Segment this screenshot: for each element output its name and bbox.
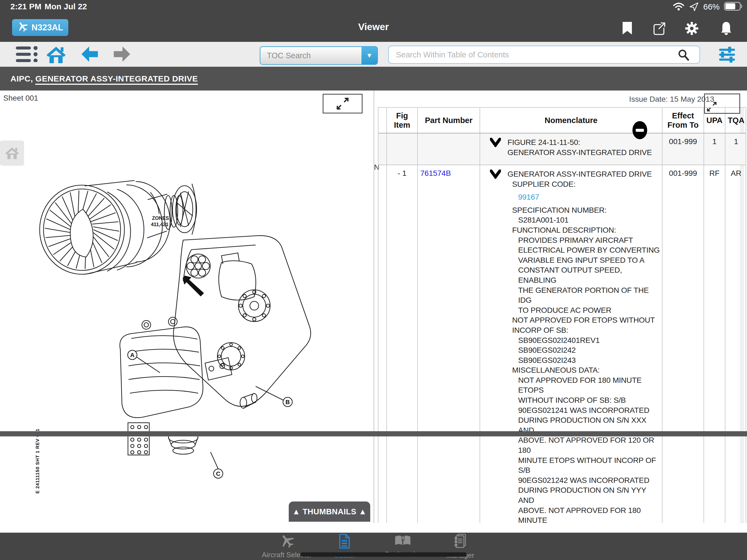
nomenclature-line: WITHOUT INCORP OF SB: S/B bbox=[518, 396, 662, 406]
battery-icon bbox=[724, 2, 743, 12]
nomenclature-line: TO PRODUCE AC POWER bbox=[518, 305, 662, 315]
collapse-row-icon[interactable] bbox=[490, 170, 501, 181]
share-icon[interactable] bbox=[652, 21, 666, 35]
home-indicator[interactable] bbox=[300, 552, 467, 557]
dropdown-selected-value: TOC Search bbox=[260, 51, 361, 60]
nomenclature-line: SPECIFICATION NUMBER: bbox=[512, 205, 662, 215]
cell-part-number: 761574B bbox=[418, 165, 480, 523]
svg-text:C: C bbox=[216, 470, 221, 477]
pane-divider bbox=[374, 91, 374, 523]
expand-graphic-button[interactable] bbox=[323, 94, 363, 113]
sliders-filter-icon[interactable] bbox=[719, 47, 737, 62]
nomenclature-line: MINUTE ETOPS WITHOUT INCORP OF S/B bbox=[518, 456, 662, 476]
collapse-row-icon[interactable] bbox=[490, 138, 501, 149]
issue-date: Issue Date: 15 May 2013 bbox=[629, 95, 714, 104]
status-bar: 2:21 PM Mon Jul 22 66% bbox=[0, 0, 747, 14]
nomenclature-line: FUNCTIONAL DESCRIPTION: bbox=[512, 225, 662, 235]
cell-fig-item: - 1 bbox=[387, 165, 418, 523]
location-icon bbox=[689, 1, 699, 12]
document-icon bbox=[338, 534, 351, 550]
nomenclature-line: S281A001-101 bbox=[518, 215, 662, 225]
table-header-row: Fig Item Part Number Nomenclature Effect… bbox=[379, 108, 746, 133]
gear-icon[interactable] bbox=[685, 21, 699, 35]
cell-upa: 1 bbox=[704, 133, 725, 165]
nomenclature-line: CONSTANT OUTPUT SPEED, ENABLING bbox=[518, 265, 662, 285]
nomenclature-line: PROVIDES PRIMARY AIRCRAFT bbox=[518, 235, 662, 246]
nomenclature-line: GENERATOR ASSY-INTEGRATED DRIVE bbox=[508, 148, 662, 158]
breadcrumb-prefix: AIPC, bbox=[10, 74, 35, 83]
status-date: Mon Jul 22 bbox=[45, 2, 87, 11]
part-number-link[interactable]: 761574B bbox=[420, 169, 451, 177]
book-icon bbox=[394, 534, 411, 549]
table-row[interactable]: - 1 761574B GENERATOR ASSY-INTEGRATED DR… bbox=[379, 165, 746, 523]
cell-effect: 001-999 bbox=[663, 165, 704, 523]
search-box bbox=[388, 46, 700, 64]
sheet-label: Sheet 001 bbox=[3, 94, 38, 103]
breadcrumb: AIPC, GENERATOR ASSY-INTEGRATED DRIVE bbox=[10, 74, 198, 83]
airplane-icon bbox=[279, 534, 295, 549]
nomenclature-line: SB90EGS02I242 bbox=[518, 345, 662, 355]
header-nomenclature: Nomenclature bbox=[480, 108, 663, 133]
nomenclature-line: THE GENERATOR PORTION OF THE IDG bbox=[518, 285, 662, 305]
breadcrumb-current-link[interactable]: GENERATOR ASSY-INTEGRATED DRIVE bbox=[35, 74, 198, 85]
nomenclature-line: 90EGS021242 WAS INCORPORATED bbox=[518, 476, 662, 486]
cell-fig-item bbox=[387, 133, 418, 165]
search-icon[interactable] bbox=[677, 49, 690, 61]
breadcrumb-bar: AIPC, GENERATOR ASSY-INTEGRATED DRIVE bbox=[0, 67, 747, 91]
page-title: Viewer bbox=[0, 21, 747, 32]
thumbnails-button[interactable]: ▲ THUMBNAILS ▲ bbox=[289, 502, 370, 522]
expand-table-button[interactable] bbox=[704, 94, 740, 114]
battery-percent: 66% bbox=[703, 2, 720, 11]
parts-table: Fig Item Part Number Nomenclature Effect… bbox=[378, 107, 746, 523]
graphic-home-button[interactable] bbox=[0, 141, 24, 166]
cell-effect: 001-999 bbox=[663, 133, 704, 165]
home-icon[interactable] bbox=[46, 46, 66, 63]
nomenclature-line: DURING PRODUCTION ON S/N YYY AND bbox=[518, 485, 662, 505]
search-input[interactable] bbox=[388, 46, 700, 64]
drawing-number: E 24111150 SHT 1 REV 011 bbox=[35, 429, 41, 493]
svg-text:411,421: 411,421 bbox=[151, 222, 169, 227]
viewer-bottom-strip bbox=[0, 431, 747, 436]
cell-tqa: 1 bbox=[725, 133, 746, 165]
cell-tqa: AR bbox=[725, 165, 746, 523]
nomenclature-line: INCORP OF SB: bbox=[512, 325, 662, 335]
nomenclature-line: NOT APPROVED FOR 180 MINUTE ETOPS bbox=[518, 376, 662, 396]
search-scope-dropdown[interactable]: TOC Search ▼ bbox=[260, 46, 378, 65]
nomenclature-line: SB90EGS02I243 bbox=[518, 355, 662, 365]
content-area: Sheet 001 bbox=[0, 91, 747, 523]
header-effect: Effect From To bbox=[663, 108, 704, 133]
toolbar: TOC Search ▼ bbox=[0, 42, 747, 67]
viewer-app: 2:21 PM Mon Jul 22 66% N323AL bbox=[0, 0, 747, 560]
supplier-code-link[interactable]: 99167 bbox=[518, 192, 662, 202]
status-time: 2:21 PM bbox=[10, 2, 41, 11]
nomenclature-line: FIGURE 24-11-11-50: bbox=[508, 137, 662, 148]
svg-text:ZONES: ZONES bbox=[152, 215, 169, 221]
header-spacer bbox=[379, 108, 387, 133]
back-arrow-icon[interactable] bbox=[81, 46, 99, 62]
svg-text:A: A bbox=[130, 352, 134, 358]
nav-bar: N323AL Viewer bbox=[0, 14, 747, 42]
cell-nomenclature: FIGURE 24-11-11-50:GENERATOR ASSY-INTEGR… bbox=[480, 133, 663, 165]
cell-nomenclature: GENERATOR ASSY-INTEGRATED DRIVESUPPLIER … bbox=[480, 165, 663, 523]
forward-arrow-icon[interactable] bbox=[113, 46, 131, 62]
nomenclature-line: SUPPLIER CODE: bbox=[512, 179, 662, 189]
graphic-viewer-pane: Sheet 001 bbox=[0, 91, 374, 523]
table-row[interactable]: FIGURE 24-11-11-50:GENERATOR ASSY-INTEGR… bbox=[379, 133, 746, 165]
cell-upa: RF bbox=[704, 165, 725, 523]
menu-list-icon[interactable] bbox=[16, 46, 39, 62]
idg-assembly-diagram: A B C bbox=[101, 235, 314, 508]
nomenclature-line: 90EGS021241 WAS INCORPORATED bbox=[518, 406, 662, 416]
header-fig-item: Fig Item bbox=[387, 108, 418, 133]
header-part-number: Part Number bbox=[418, 108, 480, 133]
cell-part-number bbox=[418, 133, 480, 165]
binder-icon bbox=[454, 534, 467, 550]
nomenclature-line: ELECTRICAL POWER BY CONVERTING bbox=[518, 245, 662, 255]
nomenclature-line: MISCELLANEOUS DATA: bbox=[512, 365, 662, 376]
svg-text:B: B bbox=[285, 399, 290, 406]
nomenclature-line: SB90EGS02I2401REV1 bbox=[518, 335, 662, 346]
nomenclature-line: GENERATOR ASSY-INTEGRATED DRIVE bbox=[508, 169, 662, 179]
nomenclature-line: NOT APPROVED FOR ETOPS WITHOUT bbox=[512, 315, 662, 325]
bookmark-icon[interactable] bbox=[620, 21, 634, 35]
divider bbox=[0, 527, 747, 533]
bell-icon[interactable] bbox=[719, 21, 733, 35]
